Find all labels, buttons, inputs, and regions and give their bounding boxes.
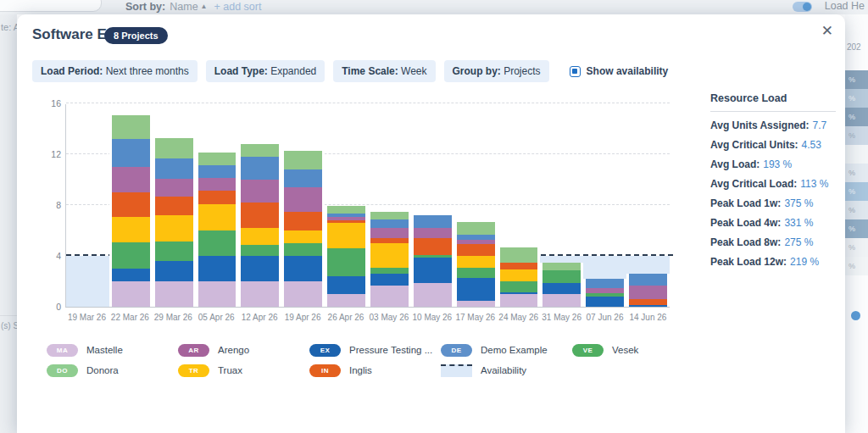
sort-value[interactable]: Name [170,1,198,13]
bar-segment-ex[interactable] [284,256,322,281]
bar-segment-tr[interactable] [500,269,538,281]
checkbox-checked-icon[interactable] [570,66,581,77]
load-toggle[interactable] [793,2,812,12]
bar-segment-do[interactable] [284,151,322,170]
bar-segment-de[interactable] [241,157,279,180]
bar-segment-tr[interactable] [155,215,193,241]
bar-segment-ar[interactable] [198,178,236,191]
bar-segment-ma[interactable] [542,294,581,307]
bar-segment-ar[interactable] [284,187,322,212]
bar-segment-do[interactable] [542,263,581,271]
filter-chip-loadperiod[interactable]: Load Period: Next three months [32,60,198,82]
bar-segment-ar[interactable] [155,179,193,197]
bar-segment-ex[interactable] [542,283,581,295]
bar-segment-ve[interactable] [241,245,279,257]
legend-item-in[interactable]: INInglis [309,364,441,377]
bar-segment-ma[interactable] [370,286,409,308]
bar-segment-ma[interactable] [327,294,365,307]
bar-segment-in[interactable] [457,244,495,256]
add-sort-button[interactable]: + add sort [214,1,262,13]
bar-segment-ve[interactable] [370,268,409,275]
show-availability-checkbox-group[interactable]: Show availability [570,65,669,77]
bar-segment-de[interactable] [414,215,452,228]
bar-segment-ar[interactable] [112,167,150,192]
bar-segment-ve[interactable] [457,268,495,278]
bar-segment-de[interactable] [155,158,193,179]
sort-caret-icon[interactable]: ▲ [201,3,208,10]
bar-segment-ve[interactable] [542,270,581,282]
bar-segment-de[interactable] [370,219,409,228]
legend-item-ve[interactable]: VEVesek [572,343,704,357]
legend-item-ex[interactable]: EXPressure Testing ... [309,343,441,357]
bar-segment-ma[interactable] [155,281,193,307]
legend-item-ma[interactable]: MAMastelle [47,343,178,357]
bar-segment-ex[interactable] [370,274,409,286]
bar-segment-in[interactable] [241,203,279,228]
bar-segment-do[interactable] [198,153,236,165]
bar-segment-ex[interactable] [112,269,150,281]
bar-segment-in[interactable] [112,192,150,217]
bar-segment-de[interactable] [198,165,236,178]
bar-segment-tr[interactable] [457,256,495,268]
bar-segment-tr[interactable] [241,228,279,245]
background-search-input[interactable] [0,0,102,12]
legend-item-de[interactable]: DEDemo Example [441,343,572,357]
bar-segment-ve[interactable] [155,241,193,261]
bar-segment-do[interactable] [241,144,279,157]
bar-segment-ex[interactable] [457,278,495,301]
bar-segment-do[interactable] [370,212,409,220]
bar-segment-ar[interactable] [241,180,279,203]
bar-segment-tr[interactable] [112,217,150,242]
close-icon[interactable]: ✕ [821,23,833,40]
legend-item-avail[interactable]: Availability [441,364,572,377]
bar-segment-ar[interactable] [629,286,667,299]
bar-segment-ex[interactable] [327,276,365,294]
background-slider-dot[interactable] [851,311,860,320]
bar-segment-do[interactable] [155,138,193,158]
bar-segment-ma[interactable] [284,281,322,307]
bar-segment-in[interactable] [198,191,236,204]
bar-segment-ex[interactable] [586,297,624,307]
bar-segment-ma[interactable] [500,294,538,307]
bar-segment-de[interactable] [284,169,322,187]
bar-segment-ma[interactable] [198,281,236,307]
bar-segment-ex[interactable] [198,256,236,281]
bar-segment-in[interactable] [155,197,193,216]
bar-segment-ex[interactable] [155,261,193,281]
bar-segment-tr[interactable] [327,223,365,248]
filter-chip-groupby[interactable]: Group by: Projects [444,60,549,82]
legend-item-do[interactable]: DODonora [47,364,178,377]
bar-segment-in[interactable] [500,263,538,269]
bar-segment-de[interactable] [629,274,667,286]
bar-segment-ma[interactable] [241,281,279,307]
filter-chip-timescale[interactable]: Time Scale: Week [333,60,435,82]
bar-segment-de[interactable] [586,279,624,288]
bar-segment-do[interactable] [112,115,150,140]
bar-segment-ex[interactable] [414,258,452,283]
bar-segment-ve[interactable] [284,243,322,256]
bar-segment-ex[interactable] [241,256,279,281]
bar-segment-tr[interactable] [198,204,236,231]
bar-segment-ar[interactable] [370,228,409,238]
bar-segment-do[interactable] [500,247,538,263]
bar-segment-in[interactable] [629,299,667,305]
bar-segment-do[interactable] [327,206,365,214]
filter-chip-loadtype[interactable]: Load Type: Expanded [206,60,326,82]
bar-segment-ve[interactable] [500,281,538,292]
bar-segment-do[interactable] [457,222,495,235]
bar-segment-tr[interactable] [370,243,409,268]
bar-segment-in[interactable] [414,238,452,255]
bar-segment-ve[interactable] [112,242,150,269]
bar-segment-ar[interactable] [586,288,624,294]
bar-segment-ma[interactable] [414,283,452,308]
bar-segment-tr[interactable] [284,230,322,243]
bar-segment-ma[interactable] [457,301,495,308]
bar-segment-de[interactable] [112,139,150,167]
bar-segment-ma[interactable] [112,281,150,307]
legend-item-tr[interactable]: TRTruax [178,364,309,377]
legend-item-ar[interactable]: ARArengo [178,343,309,357]
bar-segment-ve[interactable] [198,230,236,256]
bar-segment-ve[interactable] [327,248,365,276]
bar-segment-ex[interactable] [629,305,667,307]
bar-segment-ar[interactable] [414,228,452,238]
